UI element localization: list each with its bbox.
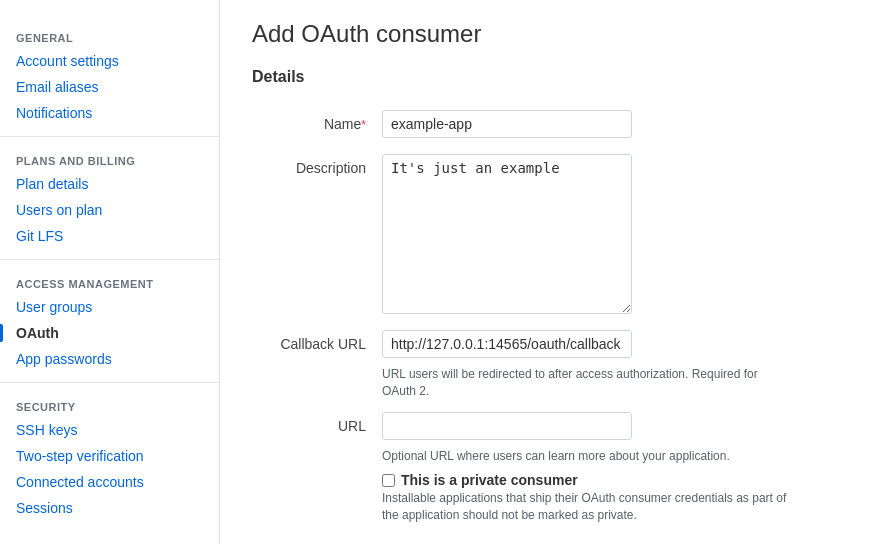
sidebar-section-security: SECURITY SSH keys Two-step verification … bbox=[0, 393, 219, 521]
callback-url-hint: URL users will be redirected to after ac… bbox=[382, 366, 782, 400]
description-label: Description bbox=[252, 154, 382, 176]
url-input[interactable] bbox=[382, 412, 632, 440]
private-consumer-checkbox[interactable] bbox=[382, 474, 395, 487]
name-field-group: Name* bbox=[252, 110, 863, 138]
sidebar-section-label-plans: PLANS AND BILLING bbox=[0, 147, 219, 171]
sidebar-item-notifications[interactable]: Notifications bbox=[0, 100, 219, 126]
required-star: * bbox=[361, 118, 366, 132]
callback-url-group: Callback URL URL users will be redirecte… bbox=[252, 330, 863, 400]
url-group: URL Optional URL where users can learn m… bbox=[252, 412, 863, 465]
url-label: URL bbox=[252, 412, 382, 434]
page-title: Add OAuth consumer bbox=[252, 20, 863, 48]
sidebar-divider-1 bbox=[0, 136, 219, 137]
callback-url-label: Callback URL bbox=[252, 330, 382, 352]
sidebar-section-label-access: ACCESS MANAGEMENT bbox=[0, 270, 219, 294]
description-field-group: Description It's just an example bbox=[252, 154, 863, 314]
name-input[interactable] bbox=[382, 110, 632, 138]
url-field: URL bbox=[252, 412, 863, 440]
private-consumer-description: Installable applications that ship their… bbox=[382, 490, 802, 524]
callback-url-input[interactable] bbox=[382, 330, 632, 358]
sidebar-item-sessions[interactable]: Sessions bbox=[0, 495, 219, 521]
url-hint: Optional URL where users can learn more … bbox=[382, 448, 782, 465]
sidebar-section-access: ACCESS MANAGEMENT User groups OAuth App … bbox=[0, 270, 219, 372]
sidebar-item-oauth[interactable]: OAuth bbox=[0, 320, 219, 346]
sidebar-item-git-lfs[interactable]: Git LFS bbox=[0, 223, 219, 249]
private-consumer-row: This is a private consumer bbox=[382, 472, 863, 488]
callback-url-field: Callback URL bbox=[252, 330, 863, 358]
sidebar-item-user-groups[interactable]: User groups bbox=[0, 294, 219, 320]
sidebar-item-account-settings[interactable]: Account settings bbox=[0, 48, 219, 74]
description-textarea[interactable]: It's just an example bbox=[382, 154, 632, 314]
sidebar-item-two-step[interactable]: Two-step verification bbox=[0, 443, 219, 469]
sidebar-item-email-aliases[interactable]: Email aliases bbox=[0, 74, 219, 100]
sidebar-item-app-passwords[interactable]: App passwords bbox=[0, 346, 219, 372]
sidebar: GENERAL Account settings Email aliases N… bbox=[0, 0, 220, 544]
main-content: Add OAuth consumer Details Name* Descrip… bbox=[220, 0, 895, 544]
name-label: Name* bbox=[252, 110, 382, 132]
sidebar-divider-3 bbox=[0, 382, 219, 383]
sidebar-section-label-security: SECURITY bbox=[0, 393, 219, 417]
sidebar-section-label-general: GENERAL bbox=[0, 24, 219, 48]
sidebar-section-general: GENERAL Account settings Email aliases N… bbox=[0, 24, 219, 126]
sidebar-item-plan-details[interactable]: Plan details bbox=[0, 171, 219, 197]
private-consumer-label[interactable]: This is a private consumer bbox=[401, 472, 578, 488]
sidebar-divider-2 bbox=[0, 259, 219, 260]
sidebar-item-ssh-keys[interactable]: SSH keys bbox=[0, 417, 219, 443]
sidebar-item-connected-accounts[interactable]: Connected accounts bbox=[0, 469, 219, 495]
sidebar-item-users-on-plan[interactable]: Users on plan bbox=[0, 197, 219, 223]
details-section-title: Details bbox=[252, 68, 863, 94]
sidebar-section-plans: PLANS AND BILLING Plan details Users on … bbox=[0, 147, 219, 249]
